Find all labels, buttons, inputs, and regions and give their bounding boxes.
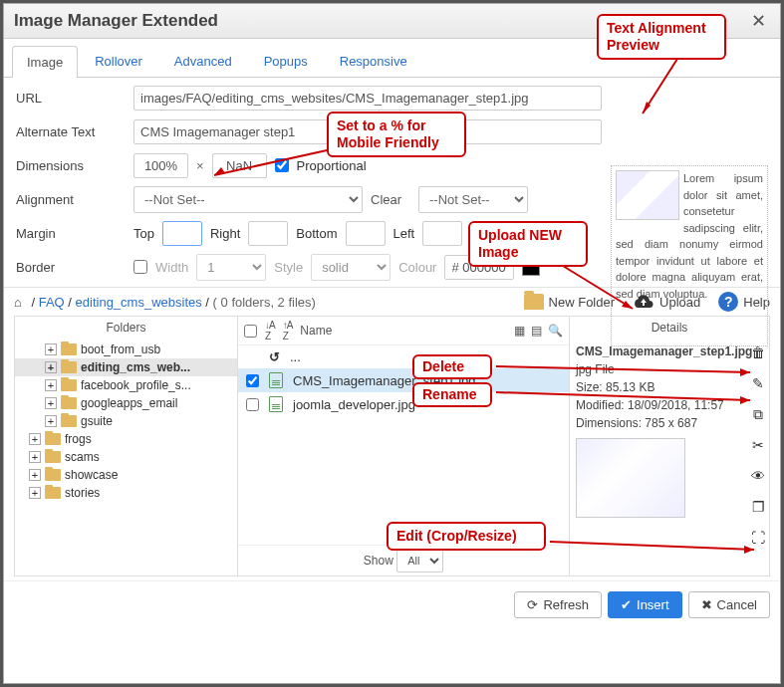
tab-advanced[interactable]: Advanced: [159, 45, 247, 77]
file-list[interactable]: ↺...CMS_Imagemanager_step1.jpgjoomla_dev…: [238, 345, 569, 545]
expander-icon[interactable]: +: [45, 361, 57, 373]
margin-top-label: Top: [133, 226, 154, 241]
file-name: ...: [290, 349, 301, 364]
folder-icon: [61, 344, 77, 355]
border-style-select[interactable]: solid: [311, 254, 391, 281]
border-checkbox[interactable]: [133, 260, 147, 274]
crop-icon[interactable]: ⛶: [751, 528, 765, 549]
margin-bottom-label: Bottom: [296, 226, 337, 241]
home-icon[interactable]: ⌂: [14, 295, 22, 310]
margin-left-input[interactable]: [422, 221, 462, 246]
folders-column: Folders +boot_from_usb+editing_cms_web..…: [15, 317, 238, 575]
dimension-lock-icon[interactable]: ×: [196, 158, 204, 173]
name-column-header[interactable]: Name: [300, 324, 332, 338]
border-style-label: Style: [274, 260, 303, 275]
expander-icon[interactable]: +: [45, 415, 57, 427]
folder-icon: [45, 469, 61, 481]
margin-right-label: Right: [210, 226, 240, 241]
folder-showcase[interactable]: +showcase: [15, 466, 237, 484]
folder-editing_cms_web-[interactable]: +editing_cms_web...: [15, 358, 237, 376]
folder-facebook_profile_s-[interactable]: +facebook_profile_s...: [15, 376, 237, 394]
expander-icon[interactable]: +: [29, 451, 41, 463]
image-manager-dialog: Image Manager Extended ✕ Image Rollover …: [3, 3, 781, 684]
breadcrumb-editing[interactable]: editing_cms_websites: [76, 295, 202, 310]
margin-top-input[interactable]: [162, 221, 202, 246]
expander-icon[interactable]: +: [29, 433, 41, 445]
list-view-icon[interactable]: ▤: [531, 324, 542, 338]
duplicate-icon[interactable]: ❐: [752, 497, 765, 518]
border-label: Border: [16, 260, 126, 275]
grid-view-icon[interactable]: ▦: [514, 324, 525, 338]
border-colour-label: Colour: [398, 260, 436, 275]
clear-select[interactable]: --Not Set--: [418, 186, 528, 213]
tab-responsive[interactable]: Responsive: [325, 45, 422, 77]
expander-icon[interactable]: +: [45, 397, 57, 409]
expander-icon[interactable]: +: [29, 469, 41, 481]
titlebar: Image Manager Extended ✕: [4, 4, 780, 39]
expander-icon[interactable]: +: [29, 487, 41, 499]
folder-stories[interactable]: +stories: [15, 484, 237, 502]
file-row[interactable]: ↺...: [238, 345, 569, 368]
rename-icon[interactable]: ✎: [752, 373, 764, 394]
margin-right-input[interactable]: [248, 221, 288, 246]
folder-googleapps_email[interactable]: +googleapps_email: [15, 394, 237, 412]
proportional-checkbox[interactable]: [275, 158, 289, 172]
insert-button[interactable]: ✔Insert: [608, 591, 682, 618]
file-name: joomla_developer.jpg: [293, 397, 415, 412]
select-all-checkbox[interactable]: [244, 325, 257, 338]
file-checkbox[interactable]: [246, 398, 259, 411]
file-checkbox[interactable]: [246, 374, 259, 387]
refresh-button[interactable]: ⟳Refresh: [514, 591, 602, 618]
tab-popups[interactable]: Popups: [249, 45, 323, 77]
up-icon: ↺: [269, 349, 280, 364]
folder-boot_from_usb[interactable]: +boot_from_usb: [15, 341, 237, 358]
breadcrumb-status: ( 0 folders, 2 files): [213, 295, 316, 310]
close-icon[interactable]: ✕: [747, 10, 770, 32]
files-column: ↓AZ ↑AZ Name ▦ ▤ 🔍 ↺...CMS_Imagemanager_…: [238, 317, 570, 575]
cancel-button[interactable]: ✖Cancel: [688, 591, 770, 618]
margin-bottom-input[interactable]: [346, 221, 386, 246]
height-input[interactable]: [212, 153, 267, 178]
folder-icon: [45, 433, 61, 445]
copy-icon[interactable]: ⧉: [753, 404, 763, 425]
folder-scams[interactable]: +scams: [15, 448, 237, 466]
margin-left-label: Left: [393, 226, 415, 241]
sort-az-icon[interactable]: ↓AZ: [265, 320, 275, 342]
expander-icon[interactable]: +: [45, 344, 57, 355]
files-header: ↓AZ ↑AZ Name ▦ ▤ 🔍: [238, 317, 569, 345]
file-manager: Folders +boot_from_usb+editing_cms_web..…: [14, 316, 770, 576]
show-select[interactable]: All: [396, 549, 443, 572]
alignment-select[interactable]: --Not Set--: [133, 186, 363, 213]
file-row[interactable]: CMS_Imagemanager_step1.jpg: [238, 368, 569, 392]
file-actions: 🗑 ✎ ⧉ ✂ 👁 ❐ ⛶: [747, 339, 769, 575]
view-icon[interactable]: 👁: [751, 466, 765, 487]
details-body: CMS_Imagemanager_step1.jpg jpg File Size…: [570, 339, 769, 575]
clear-label: Clear: [371, 192, 410, 207]
delete-icon[interactable]: 🗑: [751, 343, 765, 363]
dialog-footer: ⟳Refresh ✔Insert ✖Cancel: [4, 580, 780, 628]
width-input[interactable]: [133, 153, 188, 178]
colour-swatch[interactable]: [522, 258, 540, 276]
expander-icon[interactable]: +: [45, 379, 57, 391]
alt-input[interactable]: [133, 119, 602, 144]
file-row[interactable]: joomla_developer.jpg: [238, 392, 569, 416]
new-folder-button[interactable]: New Folder: [524, 294, 615, 310]
details-column: Details CMS_Imagemanager_step1.jpg jpg F…: [570, 317, 769, 575]
folder-frogs[interactable]: +frogs: [15, 430, 237, 448]
sort-za-icon[interactable]: ↑AZ: [283, 320, 293, 342]
detail-size: Size: 85.13 KB: [576, 378, 763, 396]
border-colour-input[interactable]: [444, 255, 514, 280]
url-input[interactable]: [133, 86, 602, 111]
folder-gsuite[interactable]: +gsuite: [15, 412, 237, 430]
tab-rollover[interactable]: Rollover: [80, 45, 157, 77]
breadcrumb: / FAQ / editing_cms_websites / ( 0 folde…: [28, 295, 316, 310]
tab-image[interactable]: Image: [12, 46, 78, 78]
breadcrumb-faq[interactable]: FAQ: [39, 295, 65, 310]
cut-icon[interactable]: ✂: [752, 435, 764, 456]
margin-label: Margin: [16, 226, 126, 241]
folder-tree[interactable]: +boot_from_usb+editing_cms_web...+facebo…: [15, 339, 237, 575]
alt-label: Alternate Text: [16, 124, 126, 139]
border-width-select[interactable]: 1: [196, 254, 266, 281]
search-icon[interactable]: 🔍: [548, 324, 563, 338]
folder-icon: [61, 415, 77, 427]
